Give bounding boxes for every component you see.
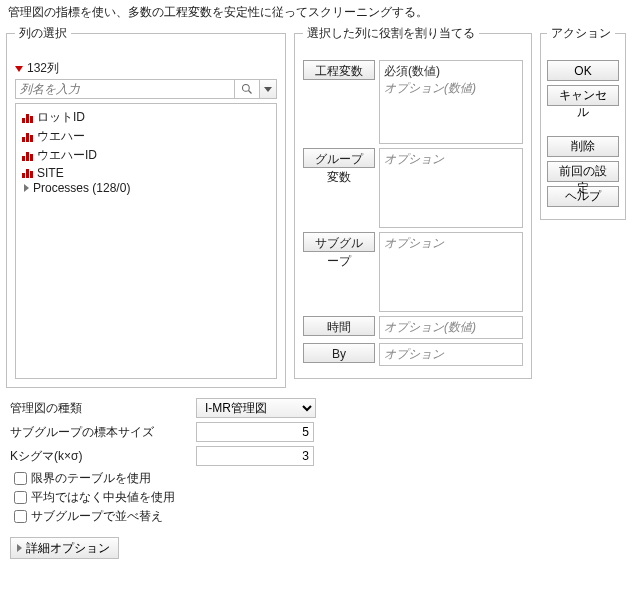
column-filter-input[interactable] xyxy=(15,79,235,99)
subgroup-button[interactable]: サブグループ xyxy=(303,232,375,252)
time-optional-text: オプション(数値) xyxy=(384,319,518,336)
process-vars-box[interactable]: 必須(数値) オプション(数値) xyxy=(379,60,523,144)
chart-type-select[interactable]: I-MR管理図 xyxy=(196,398,316,418)
continuous-column-icon xyxy=(22,168,33,178)
column-list-item[interactable]: ウエハーID xyxy=(20,146,272,165)
column-list-item-label: SITE xyxy=(37,166,64,180)
use-median-checkbox[interactable] xyxy=(14,491,27,504)
by-box[interactable]: オプション xyxy=(379,343,523,366)
ksigma-input[interactable] xyxy=(196,446,314,466)
use-limits-table-checkbox[interactable] xyxy=(14,472,27,485)
actions-legend: アクション xyxy=(547,25,615,42)
continuous-column-icon xyxy=(22,151,33,161)
ksigma-label: Kシグマ(k×σ) xyxy=(10,448,190,465)
process-vars-button[interactable]: 工程変数 xyxy=(303,60,375,80)
continuous-column-icon xyxy=(22,132,33,142)
options-area: 管理図の種類 I-MR管理図 サブグループの標本サイズ Kシグマ(k×σ) 限界… xyxy=(6,398,346,559)
ok-button[interactable]: OK xyxy=(547,60,619,81)
group-vars-box[interactable]: オプション xyxy=(379,148,523,228)
subgroup-optional-text: オプション xyxy=(384,235,518,252)
search-icon xyxy=(235,79,259,99)
column-filter-menu-button[interactable] xyxy=(259,79,277,99)
role-assign-group: 選択した列に役割を割り当てる 工程変数 必須(数値) オプション(数値) グルー… xyxy=(294,25,532,379)
column-list-item-label: ウエハー xyxy=(37,128,85,145)
group-vars-optional-text: オプション xyxy=(384,151,518,168)
subgroup-size-input[interactable] xyxy=(196,422,314,442)
description-text: 管理図の指標を使い、多数の工程変数を安定性に従ってスクリーニングする。 xyxy=(8,4,636,21)
use-limits-table-label: 限界のテーブルを使用 xyxy=(31,470,151,487)
disclosure-right-icon xyxy=(17,544,22,552)
column-list-item[interactable]: SITE xyxy=(20,165,272,181)
by-optional-text: オプション xyxy=(384,346,518,363)
recall-button[interactable]: 前回の設定 xyxy=(547,161,619,182)
advanced-options-label: 詳細オプション xyxy=(26,540,110,557)
sort-by-subgroup-label: サブグループで並べ替え xyxy=(31,508,163,525)
subgroup-size-label: サブグループの標本サイズ xyxy=(10,424,190,441)
processes-group-label: Processes (128/0) xyxy=(33,181,130,195)
help-button[interactable]: ヘルプ xyxy=(547,186,619,207)
by-button[interactable]: By xyxy=(303,343,375,363)
column-select-legend: 列の選択 xyxy=(15,25,71,42)
process-vars-optional-text: オプション(数値) xyxy=(384,80,518,97)
column-list-item[interactable]: ロットID xyxy=(20,108,272,127)
hotspot-icon[interactable] xyxy=(15,66,23,72)
cancel-button[interactable]: キャンセル xyxy=(547,85,619,106)
column-list-item-label: ロットID xyxy=(37,109,85,126)
processes-group-row[interactable]: Processes (128/0) xyxy=(20,181,272,195)
remove-button[interactable]: 削除 xyxy=(547,136,619,157)
column-list-item-label: ウエハーID xyxy=(37,147,97,164)
advanced-options-button[interactable]: 詳細オプション xyxy=(10,537,119,559)
column-list[interactable]: ロットID ウエハー ウエハーID SITE Processes (128/0) xyxy=(15,103,277,379)
disclosure-right-icon[interactable] xyxy=(24,184,29,192)
svg-line-1 xyxy=(249,91,252,94)
column-select-group: 列の選択 132列 ロットID ウエハー ウエハーID xyxy=(6,25,286,388)
group-vars-button[interactable]: グループ変数 xyxy=(303,148,375,168)
subgroup-box[interactable]: オプション xyxy=(379,232,523,312)
column-count-row[interactable]: 132列 xyxy=(15,60,277,77)
chevron-down-icon xyxy=(264,87,272,92)
chart-type-label: 管理図の種類 xyxy=(10,400,190,417)
actions-group: アクション OK キャンセル 削除 前回の設定 ヘルプ xyxy=(540,25,626,220)
process-vars-required-text: 必須(数値) xyxy=(384,63,518,80)
svg-point-0 xyxy=(243,85,250,92)
column-list-item[interactable]: ウエハー xyxy=(20,127,272,146)
sort-by-subgroup-checkbox[interactable] xyxy=(14,510,27,523)
role-assign-legend: 選択した列に役割を割り当てる xyxy=(303,25,479,42)
time-box[interactable]: オプション(数値) xyxy=(379,316,523,339)
use-median-label: 平均ではなく中央値を使用 xyxy=(31,489,175,506)
column-count-text: 132列 xyxy=(27,60,59,77)
continuous-column-icon xyxy=(22,113,33,123)
time-button[interactable]: 時間 xyxy=(303,316,375,336)
